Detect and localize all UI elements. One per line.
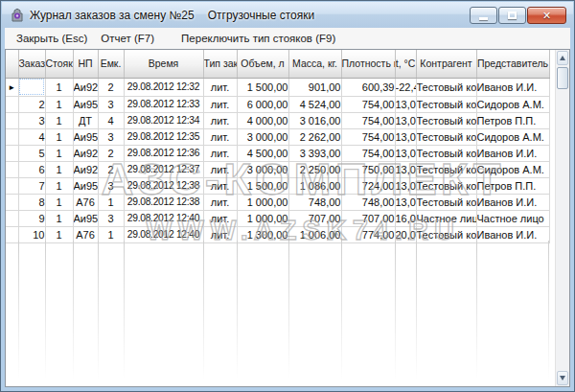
cell[interactable]: 4 524,00	[288, 96, 341, 112]
cell[interactable]: лит.	[203, 161, 237, 177]
row-selector[interactable]	[6, 226, 18, 242]
cell[interactable]: 29.08.2012 12:32	[124, 78, 203, 96]
cell[interactable]: -22,4	[395, 78, 416, 96]
cell[interactable]: 3	[18, 112, 45, 128]
cell[interactable]: лит.	[203, 226, 237, 242]
cell[interactable]: 5	[18, 145, 45, 161]
cell[interactable]: 1 000,00	[237, 194, 288, 210]
cell[interactable]: 29.08.2012 12:38	[124, 177, 203, 194]
cell[interactable]: 748,00	[288, 194, 341, 210]
cell[interactable]: 2	[98, 78, 124, 96]
column-header-7[interactable]: Масса, кг.	[288, 50, 341, 78]
cell[interactable]: 707,00	[288, 210, 341, 226]
vertical-scrollbar[interactable]	[555, 50, 569, 386]
cell[interactable]: 3 393,00	[288, 145, 341, 161]
column-header-11[interactable]: Представитель	[476, 50, 549, 78]
scroll-down-button[interactable]	[557, 371, 568, 385]
cell[interactable]: Тестовый контрагент	[416, 226, 476, 242]
cell[interactable]: Аи92	[73, 145, 98, 161]
cell[interactable]: Тестовый контрагент	[416, 112, 476, 128]
cell[interactable]: Частное лицо	[416, 210, 476, 226]
cell[interactable]: 1 500,00	[237, 177, 288, 194]
cell[interactable]: 1 000,00	[237, 210, 288, 226]
cell[interactable]: 13,0	[395, 194, 416, 210]
cell[interactable]: Аи95	[73, 210, 98, 226]
cell[interactable]: А76	[73, 194, 98, 210]
row-selector[interactable]	[6, 145, 18, 161]
cell[interactable]: 3	[98, 128, 124, 145]
cell[interactable]: 3 000,00	[237, 128, 288, 145]
column-header-8[interactable]: Плотность кг/м3	[341, 50, 395, 78]
cell[interactable]: 3 000,00	[237, 161, 288, 177]
cell[interactable]: Иванов И.И.	[476, 226, 549, 242]
column-header-9[interactable]: t, °C	[395, 50, 416, 78]
column-header-5[interactable]: Тип заказа	[203, 50, 237, 78]
cell[interactable]: лит.	[203, 112, 237, 128]
cell[interactable]: 20,0	[395, 226, 416, 242]
row-selector[interactable]	[6, 210, 18, 226]
cell[interactable]: 29.08.2012 12:33	[124, 96, 203, 112]
cell[interactable]: 600,39	[341, 78, 395, 96]
cell[interactable]: 1	[45, 226, 73, 242]
menu-item-report[interactable]: Отчет (F7)	[94, 30, 161, 47]
cell[interactable]: 13,0	[395, 161, 416, 177]
cell[interactable]: 724,00	[341, 177, 395, 194]
cell[interactable]: 13,0	[395, 128, 416, 145]
cell[interactable]: 7	[18, 177, 45, 194]
cell[interactable]: Тестовый контрагент	[416, 177, 476, 194]
cell[interactable]: 1	[98, 226, 124, 242]
cell[interactable]: лит.	[203, 96, 237, 112]
cell[interactable]: Тестовый контрагент	[416, 128, 476, 145]
cell[interactable]: Тестовый контрагент	[416, 78, 476, 96]
row-selector[interactable]: ►	[6, 78, 18, 96]
cell[interactable]: 1 300,00	[237, 226, 288, 242]
cell[interactable]: Иванов И.И.	[476, 145, 549, 161]
cell[interactable]: лит.	[203, 145, 237, 161]
cell[interactable]: Частное лицо	[476, 210, 549, 226]
cell[interactable]: 1	[45, 96, 73, 112]
cell[interactable]: 13,0	[395, 177, 416, 194]
cell[interactable]: 707,00	[341, 210, 395, 226]
cell[interactable]: 6	[18, 161, 45, 177]
cell[interactable]: 1	[45, 194, 73, 210]
column-header-4[interactable]: Время	[124, 50, 203, 78]
cell[interactable]: ДТ	[73, 112, 98, 128]
row-selector[interactable]	[6, 128, 18, 145]
cell[interactable]: 1 500,00	[237, 78, 288, 96]
row-selector[interactable]	[6, 161, 18, 177]
cell[interactable]: Петров П.П.	[476, 177, 549, 194]
cell[interactable]: лит.	[203, 210, 237, 226]
cell[interactable]: лит.	[203, 177, 237, 194]
cell[interactable]: Сидоров А.М.	[476, 128, 549, 145]
minimize-button[interactable]	[470, 7, 497, 24]
cell[interactable]: лит.	[203, 128, 237, 145]
row-selector[interactable]	[6, 96, 18, 112]
cell[interactable]: 29.08.2012 12:38	[124, 194, 203, 210]
cell[interactable]: 2	[18, 96, 45, 112]
close-button[interactable]: ✕	[527, 7, 566, 24]
header-corner-cell[interactable]	[6, 50, 18, 78]
cell[interactable]: Иванов И.И.	[476, 78, 549, 96]
cell[interactable]: 1	[45, 145, 73, 161]
cell[interactable]: 748,00	[341, 194, 395, 210]
titlebar[interactable]: Журнал заказов за смену №25 Отгрузочные …	[2, 2, 573, 28]
cell[interactable]: 3	[98, 177, 124, 194]
cell[interactable]: 4 000,00	[237, 112, 288, 128]
cell[interactable]: 1 086,00	[288, 177, 341, 194]
scrollbar-thumb[interactable]	[557, 67, 568, 89]
cell[interactable]: 9	[18, 210, 45, 226]
cell[interactable]: 1	[45, 210, 73, 226]
cell[interactable]: Иванов И.И.	[476, 194, 549, 210]
row-selector[interactable]	[6, 194, 18, 210]
cell[interactable]: 29.08.2012 12:40	[124, 226, 203, 242]
cell[interactable]: 901,00	[288, 78, 341, 96]
menu-item-switch-rack-type[interactable]: Переключить тип стояков (F9)	[174, 30, 342, 47]
cell[interactable]: 1	[45, 78, 73, 96]
cell[interactable]: 750,00	[341, 161, 395, 177]
cell[interactable]: Аи92	[73, 161, 98, 177]
cell[interactable]: 1	[18, 78, 45, 96]
cell[interactable]: 1	[98, 194, 124, 210]
cell[interactable]: 754,00	[341, 112, 395, 128]
cell[interactable]: 1 006,00	[288, 226, 341, 242]
cell[interactable]: Аи95	[73, 128, 98, 145]
